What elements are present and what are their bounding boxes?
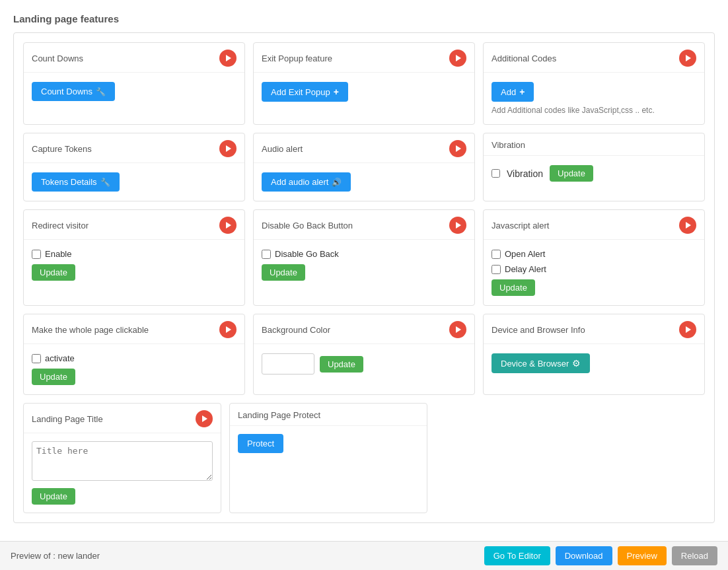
capture-tokens-title: Capture Tokens (32, 144, 92, 154)
wrench-icon (96, 87, 106, 96)
disable-goback-update-btn[interactable]: Update (262, 264, 305, 281)
disable-goback-checkbox[interactable] (262, 250, 271, 259)
open-alert-checkbox[interactable] (491, 250, 501, 259)
disable-goback-title: Disable Go Back Button (262, 221, 353, 231)
preview-btn[interactable]: Preview (618, 546, 667, 565)
vibration-update-btn[interactable]: Update (550, 165, 593, 182)
redirect-visitor-play-btn[interactable] (219, 217, 237, 234)
exit-popup-card: Exit Popup feature Add Exit Popup (253, 42, 475, 125)
disable-goback-header: Disable Go Back Button (254, 210, 474, 240)
make-clickable-card: Make the whole page clickable activate U… (23, 314, 245, 395)
javascript-alert-play-btn[interactable] (679, 217, 696, 234)
capture-tokens-card: Capture Tokens Tokens Details (23, 133, 245, 201)
enable-checkbox[interactable] (32, 250, 41, 259)
enable-checkbox-row: Enable (32, 249, 237, 259)
bottom-cards-row: Landing Page Title Update Landing Page P… (23, 403, 705, 513)
device-browser-header: Device and Browser Info (484, 314, 704, 344)
landing-title-play-btn[interactable] (196, 410, 213, 427)
go-to-editor-btn[interactable]: Go To Editor (484, 546, 550, 565)
count-downs-play-btn[interactable] (219, 50, 237, 67)
wrench-icon-tokens (100, 177, 110, 187)
vibration-label: Vibration (507, 168, 543, 179)
speaker-icon (332, 177, 342, 187)
capture-tokens-header: Capture Tokens (24, 133, 244, 163)
audio-alert-play-btn[interactable] (449, 140, 466, 157)
additional-codes-header: Additional Codes (484, 43, 704, 73)
count-downs-card: Count Downs Count Downs (23, 42, 245, 125)
javascript-alert-header: Javascript alert (484, 210, 704, 240)
capture-tokens-play-btn[interactable] (219, 140, 237, 157)
exit-popup-play-btn[interactable] (449, 50, 466, 67)
landing-page-title-body: Update (24, 433, 221, 513)
plus-icon-codes (519, 87, 525, 97)
audio-alert-body: Add audio alert (254, 163, 474, 201)
additional-codes-body: Add Add Additional codes like JavaScript… (484, 73, 704, 124)
section-title: Landing page features (13, 7, 715, 24)
add-exit-popup-btn[interactable]: Add Exit Popup (262, 82, 348, 102)
make-clickable-update-btn[interactable]: Update (32, 369, 75, 385)
redirect-visitor-header: Redirect visitor (24, 210, 244, 240)
make-clickable-play-btn[interactable] (219, 321, 237, 338)
device-browser-play-btn[interactable] (679, 321, 696, 338)
js-alert-update-btn[interactable]: Update (491, 279, 535, 296)
device-browser-body: Device & Browser (484, 344, 704, 382)
redirect-update-btn[interactable]: Update (32, 264, 75, 281)
capture-tokens-body: Tokens Details (24, 163, 244, 201)
download-btn[interactable]: Download (556, 546, 612, 565)
vibration-row: Vibration Update (491, 165, 696, 182)
features-grid: Count Downs Count Downs Exit Popup featu… (23, 42, 705, 395)
protect-btn[interactable]: Protect (238, 434, 283, 453)
add-audio-alert-btn[interactable]: Add audio alert (262, 172, 351, 192)
audio-alert-card: Audio alert Add audio alert (253, 133, 475, 201)
landing-page-title-card: Landing Page Title Update (23, 403, 221, 513)
landing-page-title-label: Landing Page Title (32, 414, 103, 424)
exit-popup-header: Exit Popup feature (254, 43, 474, 73)
activate-checkbox[interactable] (32, 354, 41, 363)
disable-goback-play-btn[interactable] (449, 217, 466, 234)
bottom-bar-buttons: Go To Editor Download Preview Reload (484, 546, 717, 565)
title-textarea[interactable] (32, 441, 213, 481)
exit-popup-title: Exit Popup feature (262, 53, 332, 63)
disable-goback-label: Disable Go Back (275, 249, 339, 259)
count-downs-header: Count Downs (24, 43, 244, 73)
javascript-alert-title: Javascript alert (491, 221, 549, 231)
bottom-bar: Preview of : new lander Go To Editor Dow… (0, 541, 728, 570)
additional-codes-card: Additional Codes Add Add Additional code… (483, 42, 705, 125)
vibration-card: Vibration Vibration Update (483, 133, 705, 201)
bg-color-row: Update (262, 353, 466, 374)
additional-codes-title: Additional Codes (491, 53, 556, 63)
background-color-header: Background Color (254, 314, 474, 344)
landing-page-protect-header: Landing Page Protect (230, 404, 427, 426)
background-color-title: Background Color (262, 325, 330, 335)
background-color-body: Update (254, 344, 474, 384)
count-downs-title: Count Downs (32, 53, 83, 63)
landing-title-update-btn[interactable]: Update (32, 488, 75, 505)
make-clickable-header: Make the whole page clickable (24, 314, 244, 344)
device-browser-btn[interactable]: Device & Browser (491, 353, 590, 373)
add-codes-btn[interactable]: Add (491, 82, 534, 102)
vibration-checkbox[interactable] (491, 169, 500, 178)
disable-goback-card: Disable Go Back Button Disable Go Back U… (253, 209, 475, 306)
tokens-details-btn[interactable]: Tokens Details (32, 172, 120, 192)
enable-label: Enable (45, 249, 71, 259)
features-outer: Count Downs Count Downs Exit Popup featu… (13, 32, 715, 523)
background-color-play-btn[interactable] (449, 321, 466, 338)
open-alert-checkbox-row: Open Alert (491, 249, 696, 259)
activate-checkbox-row: activate (32, 353, 237, 363)
bg-color-update-btn[interactable]: Update (320, 356, 363, 373)
bg-color-input[interactable] (262, 353, 314, 374)
reload-btn[interactable]: Reload (672, 546, 717, 565)
count-downs-btn[interactable]: Count Downs (32, 82, 115, 101)
plus-icon (334, 87, 339, 97)
disable-goback-body: Disable Go Back Update (254, 240, 474, 290)
landing-page-title-header: Landing Page Title (24, 404, 221, 433)
delay-alert-checkbox-row: Delay Alert (491, 264, 696, 274)
page-wrapper: Landing page features Count Downs Count … (0, 0, 728, 570)
make-clickable-title: Make the whole page clickable (32, 325, 149, 335)
redirect-visitor-card: Redirect visitor Enable Update (23, 209, 245, 306)
additional-codes-play-btn[interactable] (679, 50, 696, 67)
vibration-body: Vibration Update (484, 156, 704, 196)
delay-alert-checkbox[interactable] (491, 265, 501, 274)
disable-goback-checkbox-row: Disable Go Back (262, 249, 466, 259)
make-clickable-body: activate Update (24, 344, 244, 394)
